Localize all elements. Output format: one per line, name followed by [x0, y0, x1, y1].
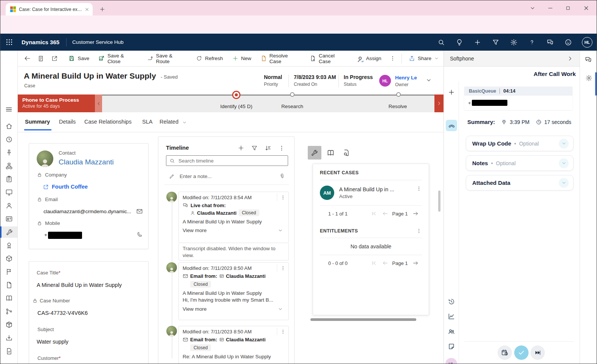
- sidebar-item-entitlements[interactable]: [0, 240, 17, 251]
- form-selector-icon[interactable]: [34, 51, 47, 66]
- new-session-plus-icon[interactable]: [448, 88, 455, 96]
- maximize-icon[interactable]: [565, 5, 571, 11]
- smiley-icon[interactable]: [564, 39, 572, 46]
- timeline-more-icon[interactable]: [278, 145, 285, 152]
- sidebar-item-queues[interactable]: [0, 253, 17, 264]
- bpf-stage-identify-marker[interactable]: [232, 91, 240, 99]
- previous-page-icon[interactable]: [382, 260, 388, 266]
- accordion-chevron-icon[interactable]: [559, 158, 569, 168]
- resolve-case-button[interactable]: Resolve Case: [256, 51, 305, 66]
- bpf-stage-research-label[interactable]: Research: [277, 104, 307, 109]
- timeline-filter-icon[interactable]: [251, 145, 258, 152]
- contact-name-link[interactable]: Claudia Mazzanti: [59, 158, 114, 166]
- company-value-link[interactable]: Fourth Coffee: [52, 184, 88, 190]
- quick-create-icon[interactable]: [474, 39, 481, 46]
- new-tab-icon[interactable]: [99, 6, 105, 12]
- command-overflow-icon[interactable]: [386, 51, 399, 66]
- row-more-icon[interactable]: [416, 186, 422, 192]
- sidebar-item-products[interactable]: [0, 319, 17, 330]
- first-page-icon[interactable]: [371, 211, 377, 217]
- contacts-people-icon[interactable]: [448, 328, 455, 335]
- timeline-entry-email-2[interactable]: Modified on: 7/11/2023 8:50 AM Email fro…: [178, 326, 289, 364]
- search-icon[interactable]: [437, 39, 445, 46]
- waffle-icon[interactable]: [5, 38, 13, 46]
- first-page-icon[interactable]: [371, 260, 377, 266]
- timeline-entry-email-1[interactable]: Modified on: 7/11/2023 8:50 AM Email fro…: [178, 262, 289, 320]
- timeline-create-plus-icon[interactable]: [237, 144, 245, 152]
- timeline-search-input[interactable]: [178, 158, 285, 164]
- schedule-followup-button[interactable]: [498, 345, 512, 360]
- collapse-panel-chevron-icon[interactable]: [567, 55, 574, 62]
- agent-presence-avatar[interactable]: HL: [445, 358, 457, 364]
- save-and-close-button[interactable]: Save & Close: [94, 51, 142, 66]
- case-title-value[interactable]: A Mineral Build Up in Water Supply: [37, 282, 122, 288]
- timeline-sort-icon[interactable]: [265, 145, 271, 152]
- paperclip-icon[interactable]: [279, 173, 285, 179]
- sidebar-item-approvals[interactable]: [0, 345, 17, 357]
- section-more-icon[interactable]: [416, 228, 422, 234]
- header-expand-chevron-icon[interactable]: [425, 77, 432, 84]
- feedback-chat-icon[interactable]: [546, 39, 554, 46]
- horizontal-scrollbar-thumb[interactable]: [310, 318, 416, 321]
- skip-acw-button[interactable]: [530, 345, 545, 360]
- lightbulb-icon[interactable]: [456, 39, 463, 46]
- previous-page-icon[interactable]: [382, 211, 388, 217]
- related-tab-tools-selected[interactable]: [308, 146, 321, 160]
- bpf-stage-resolve-marker[interactable]: [396, 92, 401, 97]
- tab-summary[interactable]: Summary: [25, 119, 50, 125]
- complete-acw-button[interactable]: [514, 345, 529, 360]
- next-page-icon[interactable]: [412, 260, 419, 266]
- share-button[interactable]: Share: [404, 51, 443, 66]
- bpf-stage-research-marker[interactable]: [290, 92, 295, 97]
- tab-sla[interactable]: SLA: [142, 119, 152, 125]
- sitemap-hamburger-icon[interactable]: [5, 105, 13, 113]
- notes-accordion[interactable]: Notes • Optional: [466, 155, 574, 171]
- refresh-button[interactable]: Refresh: [191, 51, 227, 66]
- panel-settings-gear-icon[interactable]: [585, 74, 592, 82]
- entry-more-icon[interactable]: [277, 194, 288, 201]
- bpf-collapse-chevron[interactable]: [95, 94, 102, 112]
- main-scrollbar-thumb[interactable]: [438, 191, 440, 212]
- minimize-icon[interactable]: [547, 5, 554, 11]
- sidebar-item-home[interactable]: [0, 121, 17, 132]
- send-email-icon[interactable]: [136, 208, 143, 215]
- sidebar-item-accounts[interactable]: [0, 200, 17, 211]
- window-close-icon[interactable]: [583, 5, 589, 11]
- history-icon[interactable]: [448, 298, 455, 305]
- popout-icon[interactable]: [48, 51, 61, 66]
- recent-case-title[interactable]: A Mineral Build Up in ...: [339, 186, 394, 192]
- expand-chevron-icon[interactable]: [278, 228, 283, 233]
- tab-related[interactable]: Related: [160, 119, 178, 125]
- related-tab-search-articles[interactable]: [340, 146, 353, 160]
- subject-value[interactable]: Water supply: [37, 339, 68, 345]
- browser-tab[interactable]: Case: Case for Interactive experie: [6, 3, 93, 15]
- related-tab-knowledge[interactable]: [324, 146, 337, 160]
- wrap-up-code-accordion[interactable]: Wrap Up Code • Optional: [466, 136, 574, 151]
- entry-more-icon[interactable]: [277, 264, 288, 272]
- sidebar-item-activities[interactable]: [0, 173, 17, 185]
- command-back-button[interactable]: [21, 51, 34, 66]
- teams-chat-icon[interactable]: [585, 56, 592, 64]
- entry-more-icon[interactable]: [277, 328, 288, 335]
- active-call-session-icon[interactable]: [446, 120, 457, 131]
- accordion-chevron-icon[interactable]: [559, 139, 569, 149]
- owner-value[interactable]: Henry Le: [395, 75, 417, 81]
- tab-search-icon[interactable]: [529, 5, 536, 11]
- brand-title[interactable]: Dynamics 365: [22, 39, 59, 45]
- save-button[interactable]: Save: [64, 51, 94, 66]
- sidebar-item-mailboxes[interactable]: [0, 332, 17, 344]
- sidebar-item-pinned[interactable]: [0, 147, 17, 158]
- cancel-case-button[interactable]: Cancel Case: [305, 51, 352, 66]
- bpf-stage-resolve-label[interactable]: Resolve: [385, 104, 411, 109]
- new-button[interactable]: New: [228, 51, 256, 66]
- insights-chart-icon[interactable]: [448, 313, 455, 320]
- bpf-active-stage-box[interactable]: Phone to Case Process Active for 45 days: [18, 94, 95, 112]
- user-avatar[interactable]: HL: [582, 37, 592, 48]
- view-more-link[interactable]: View more: [183, 228, 207, 233]
- tab-related-chevron-icon[interactable]: [182, 120, 187, 125]
- tab-details[interactable]: Details: [59, 119, 76, 125]
- owner-avatar[interactable]: HL: [379, 75, 391, 87]
- app-name[interactable]: Customer Service Hub: [72, 39, 124, 45]
- notes-sticky-icon[interactable]: [448, 343, 455, 350]
- sidebar-item-agent-experience[interactable]: [0, 160, 17, 172]
